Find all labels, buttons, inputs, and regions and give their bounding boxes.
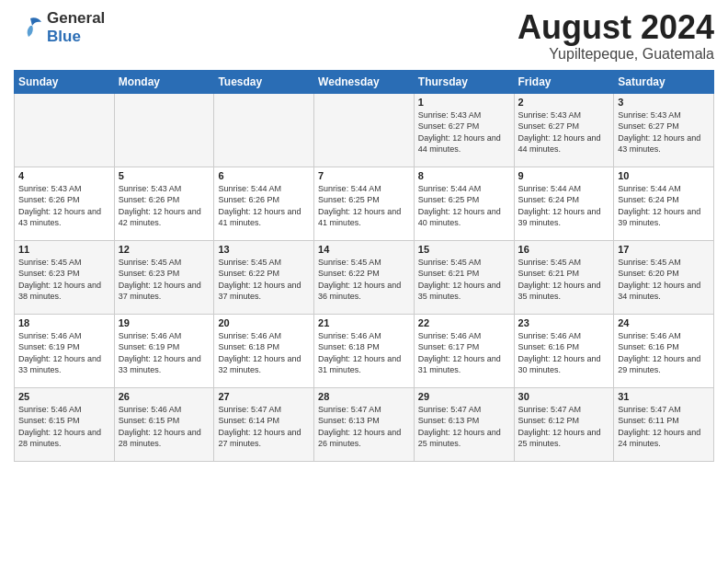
day-cell: 3 Sunrise: 5:43 AMSunset: 6:27 PMDayligh… xyxy=(614,93,714,167)
day-number: 31 xyxy=(618,391,710,402)
header-row: Sunday Monday Tuesday Wednesday Thursday… xyxy=(15,70,714,93)
title-month: August 2024 xyxy=(518,9,714,46)
logo-bird-icon xyxy=(14,13,43,42)
day-number: 6 xyxy=(218,170,310,181)
day-cell: 17 Sunrise: 5:45 AMSunset: 6:20 PMDaylig… xyxy=(614,240,714,314)
day-number: 30 xyxy=(518,391,610,402)
day-number: 18 xyxy=(18,317,110,328)
day-number: 9 xyxy=(518,170,610,181)
day-cell: 24 Sunrise: 5:46 AMSunset: 6:16 PMDaylig… xyxy=(614,314,714,387)
col-tuesday: Tuesday xyxy=(214,70,314,93)
day-number: 17 xyxy=(618,244,710,255)
day-number: 15 xyxy=(418,244,510,255)
header: General Blue August 2024 Yupiltepeque, G… xyxy=(14,9,714,63)
day-cell: 11 Sunrise: 5:45 AMSunset: 6:23 PMDaylig… xyxy=(15,240,115,314)
day-number: 10 xyxy=(618,170,710,181)
cell-info: Sunrise: 5:45 AMSunset: 6:21 PMDaylight:… xyxy=(418,257,510,303)
day-number: 26 xyxy=(119,391,210,402)
cell-info: Sunrise: 5:47 AMSunset: 6:12 PMDaylight:… xyxy=(518,404,610,450)
day-cell: 8 Sunrise: 5:44 AMSunset: 6:25 PMDayligh… xyxy=(414,167,514,240)
cell-info: Sunrise: 5:45 AMSunset: 6:21 PMDaylight:… xyxy=(518,257,610,303)
day-number: 29 xyxy=(418,391,510,402)
day-cell: 12 Sunrise: 5:45 AMSunset: 6:23 PMDaylig… xyxy=(114,240,214,314)
day-cell: 25 Sunrise: 5:46 AMSunset: 6:15 PMDaylig… xyxy=(15,387,115,461)
page-container: General Blue August 2024 Yupiltepeque, G… xyxy=(0,0,728,466)
col-saturday: Saturday xyxy=(614,70,714,93)
day-number: 1 xyxy=(418,97,510,108)
cell-info: Sunrise: 5:44 AMSunset: 6:26 PMDaylight:… xyxy=(218,183,310,229)
cell-info: Sunrise: 5:47 AMSunset: 6:11 PMDaylight:… xyxy=(618,404,710,450)
col-friday: Friday xyxy=(514,70,614,93)
cell-info: Sunrise: 5:45 AMSunset: 6:23 PMDaylight:… xyxy=(18,257,110,303)
cell-info: Sunrise: 5:46 AMSunset: 6:16 PMDaylight:… xyxy=(618,330,710,376)
day-number: 28 xyxy=(318,391,410,402)
cell-info: Sunrise: 5:46 AMSunset: 6:15 PMDaylight:… xyxy=(18,404,110,450)
week-row-1: 1 Sunrise: 5:43 AMSunset: 6:27 PMDayligh… xyxy=(15,93,714,167)
cell-info: Sunrise: 5:46 AMSunset: 6:16 PMDaylight:… xyxy=(518,330,610,376)
day-cell: 29 Sunrise: 5:47 AMSunset: 6:13 PMDaylig… xyxy=(414,387,514,461)
cell-info: Sunrise: 5:47 AMSunset: 6:13 PMDaylight:… xyxy=(318,404,410,450)
day-number: 25 xyxy=(18,391,110,402)
day-cell: 23 Sunrise: 5:46 AMSunset: 6:16 PMDaylig… xyxy=(514,314,614,387)
logo-blue: Blue xyxy=(47,28,81,45)
col-sunday: Sunday xyxy=(15,70,115,93)
day-cell: 22 Sunrise: 5:46 AMSunset: 6:17 PMDaylig… xyxy=(414,314,514,387)
day-number: 8 xyxy=(418,170,510,181)
day-number: 14 xyxy=(318,244,410,255)
cell-info: Sunrise: 5:43 AMSunset: 6:26 PMDaylight:… xyxy=(18,183,110,229)
cell-info: Sunrise: 5:43 AMSunset: 6:27 PMDaylight:… xyxy=(418,109,510,155)
day-cell: 5 Sunrise: 5:43 AMSunset: 6:26 PMDayligh… xyxy=(114,167,214,240)
day-cell: 7 Sunrise: 5:44 AMSunset: 6:25 PMDayligh… xyxy=(314,167,415,240)
day-number: 23 xyxy=(518,317,610,328)
day-number: 3 xyxy=(618,97,710,108)
day-number: 19 xyxy=(119,317,210,328)
cell-info: Sunrise: 5:46 AMSunset: 6:19 PMDaylight:… xyxy=(18,330,110,376)
day-cell: 13 Sunrise: 5:45 AMSunset: 6:22 PMDaylig… xyxy=(214,240,314,314)
day-cell: 2 Sunrise: 5:43 AMSunset: 6:27 PMDayligh… xyxy=(514,93,614,167)
day-cell: 30 Sunrise: 5:47 AMSunset: 6:12 PMDaylig… xyxy=(514,387,614,461)
day-cell: 15 Sunrise: 5:45 AMSunset: 6:21 PMDaylig… xyxy=(414,240,514,314)
cell-info: Sunrise: 5:45 AMSunset: 6:20 PMDaylight:… xyxy=(618,257,710,303)
col-thursday: Thursday xyxy=(414,70,514,93)
day-cell: 27 Sunrise: 5:47 AMSunset: 6:14 PMDaylig… xyxy=(214,387,314,461)
day-number: 27 xyxy=(218,391,310,402)
cell-info: Sunrise: 5:44 AMSunset: 6:25 PMDaylight:… xyxy=(318,183,410,229)
day-number: 12 xyxy=(119,244,210,255)
cell-info: Sunrise: 5:47 AMSunset: 6:14 PMDaylight:… xyxy=(218,404,310,450)
title-location: Yupiltepeque, Guatemala xyxy=(518,46,714,63)
logo-general: General xyxy=(47,9,105,27)
day-cell: 20 Sunrise: 5:46 AMSunset: 6:18 PMDaylig… xyxy=(214,314,314,387)
week-row-2: 4 Sunrise: 5:43 AMSunset: 6:26 PMDayligh… xyxy=(15,167,714,240)
day-cell: 28 Sunrise: 5:47 AMSunset: 6:13 PMDaylig… xyxy=(314,387,415,461)
cell-info: Sunrise: 5:46 AMSunset: 6:19 PMDaylight:… xyxy=(119,330,210,376)
cell-info: Sunrise: 5:43 AMSunset: 6:27 PMDaylight:… xyxy=(518,109,610,155)
day-number: 20 xyxy=(218,317,310,328)
cell-info: Sunrise: 5:44 AMSunset: 6:24 PMDaylight:… xyxy=(518,183,610,229)
day-cell: 1 Sunrise: 5:43 AMSunset: 6:27 PMDayligh… xyxy=(414,93,514,167)
day-cell: 10 Sunrise: 5:44 AMSunset: 6:24 PMDaylig… xyxy=(614,167,714,240)
cell-info: Sunrise: 5:46 AMSunset: 6:18 PMDaylight:… xyxy=(218,330,310,376)
day-cell xyxy=(114,93,214,167)
cell-info: Sunrise: 5:45 AMSunset: 6:22 PMDaylight:… xyxy=(318,257,410,303)
cell-info: Sunrise: 5:43 AMSunset: 6:26 PMDaylight:… xyxy=(119,183,210,229)
week-row-3: 11 Sunrise: 5:45 AMSunset: 6:23 PMDaylig… xyxy=(15,240,714,314)
week-row-5: 25 Sunrise: 5:46 AMSunset: 6:15 PMDaylig… xyxy=(15,387,714,461)
day-number: 4 xyxy=(18,170,110,181)
logo: General Blue xyxy=(14,9,105,46)
title-block: August 2024 Yupiltepeque, Guatemala xyxy=(518,9,714,63)
day-number: 24 xyxy=(618,317,710,328)
cell-info: Sunrise: 5:47 AMSunset: 6:13 PMDaylight:… xyxy=(418,404,510,450)
week-row-4: 18 Sunrise: 5:46 AMSunset: 6:19 PMDaylig… xyxy=(15,314,714,387)
day-number: 5 xyxy=(119,170,210,181)
day-cell: 18 Sunrise: 5:46 AMSunset: 6:19 PMDaylig… xyxy=(15,314,115,387)
cell-info: Sunrise: 5:43 AMSunset: 6:27 PMDaylight:… xyxy=(618,109,710,155)
day-number: 21 xyxy=(318,317,410,328)
col-wednesday: Wednesday xyxy=(314,70,415,93)
day-cell: 19 Sunrise: 5:46 AMSunset: 6:19 PMDaylig… xyxy=(114,314,214,387)
day-cell: 4 Sunrise: 5:43 AMSunset: 6:26 PMDayligh… xyxy=(15,167,115,240)
cell-info: Sunrise: 5:46 AMSunset: 6:17 PMDaylight:… xyxy=(418,330,510,376)
day-cell: 9 Sunrise: 5:44 AMSunset: 6:24 PMDayligh… xyxy=(514,167,614,240)
cell-info: Sunrise: 5:46 AMSunset: 6:18 PMDaylight:… xyxy=(318,330,410,376)
cell-info: Sunrise: 5:45 AMSunset: 6:22 PMDaylight:… xyxy=(218,257,310,303)
day-number: 11 xyxy=(18,244,110,255)
